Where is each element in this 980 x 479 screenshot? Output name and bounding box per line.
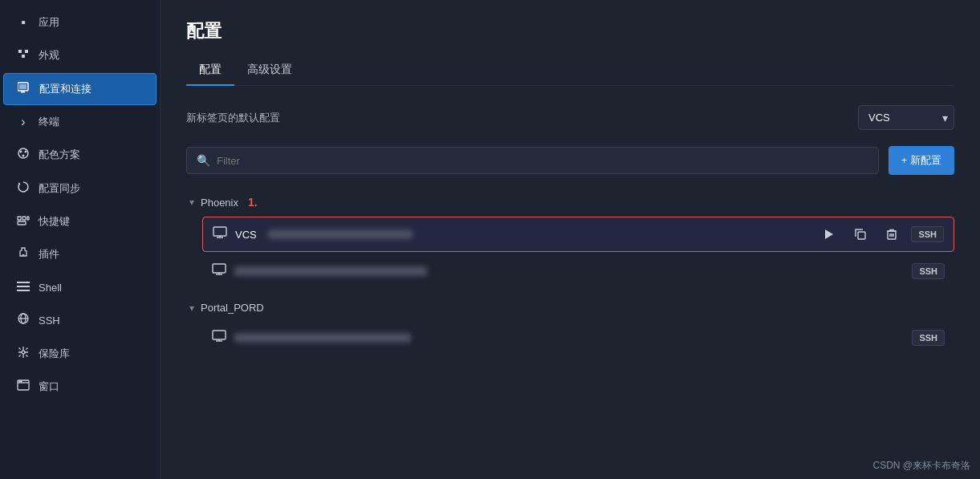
sidebar-item-vault-label: 保险库 — [39, 347, 70, 361]
default-config-select[interactable]: VCS Default Phoenix — [858, 105, 954, 130]
hotkeys-icon — [16, 214, 30, 229]
sidebar: ▪ 应用 外观 配置和连接 › 终端 配色方案 配置同步 快捷键 — [0, 0, 161, 479]
tab-config[interactable]: 配置 — [186, 56, 234, 85]
new-config-button[interactable]: + 新配置 — [889, 146, 954, 175]
profile-group-phoenix: ▾ Phoenix 1. VCS SSH — [186, 191, 954, 290]
search-input[interactable] — [217, 155, 868, 167]
svg-rect-11 — [27, 217, 29, 220]
sidebar-item-themes[interactable]: 配色方案 — [3, 139, 157, 171]
delete-button[interactable] — [880, 225, 903, 243]
group-header-phoenix[interactable]: ▾ Phoenix 1. — [186, 191, 954, 213]
window-icon — [16, 380, 30, 394]
svg-point-23 — [21, 381, 22, 382]
profile-item-portal: SSH — [202, 322, 954, 354]
shell-icon — [16, 280, 30, 294]
svg-point-7 — [22, 155, 25, 157]
profile-blurred-info-portal — [234, 333, 411, 343]
svg-rect-10 — [18, 221, 26, 225]
monitor-icon-2 — [212, 263, 226, 279]
svg-point-22 — [19, 381, 20, 382]
sidebar-item-shell-label: Shell — [39, 282, 62, 294]
sidebar-item-plugins[interactable]: 插件 — [3, 238, 157, 270]
svg-rect-24 — [213, 227, 226, 236]
sidebar-item-profiles-label: 配置和连接 — [39, 82, 91, 96]
sync-icon — [16, 181, 30, 197]
chevron-down-icon: ▾ — [189, 197, 194, 208]
svg-rect-27 — [858, 232, 865, 239]
profiles-icon — [17, 82, 31, 96]
sidebar-item-appearance[interactable]: 外观 — [3, 39, 157, 71]
sidebar-item-hotkeys[interactable]: 快捷键 — [3, 206, 157, 237]
watermark: CSDN @来杯卡布奇洛 — [872, 459, 970, 473]
themes-icon — [16, 147, 30, 163]
sidebar-item-ssh-label: SSH — [39, 315, 60, 327]
sidebar-item-profiles[interactable]: 配置和连接 — [3, 73, 157, 105]
sidebar-item-sync-label: 配置同步 — [39, 181, 80, 196]
svg-rect-12 — [22, 254, 25, 256]
svg-rect-14 — [17, 286, 30, 287]
profile-name-vcs: VCS — [235, 229, 257, 241]
sidebar-item-plugins-label: 插件 — [39, 247, 59, 262]
svg-rect-13 — [17, 282, 30, 283]
search-row: 🔍 + 新配置 — [186, 146, 954, 175]
sidebar-item-hotkeys-label: 快捷键 — [39, 214, 70, 229]
svg-rect-1 — [19, 84, 26, 89]
group-annotation: 1. — [248, 196, 258, 209]
play-button[interactable] — [818, 225, 840, 243]
chevron-down-icon-portal: ▾ — [189, 302, 194, 314]
sidebar-item-ssh[interactable]: SSH — [3, 304, 157, 336]
ssh-badge-2: SSH — [912, 263, 945, 279]
tab-advanced[interactable]: 高级设置 — [234, 56, 305, 85]
profile-item-2: SSH — [202, 255, 954, 287]
sidebar-item-shell[interactable]: Shell — [3, 272, 157, 302]
sidebar-item-window-label: 窗口 — [39, 380, 59, 394]
sidebar-item-apps-label: 应用 — [39, 15, 59, 30]
search-icon: 🔍 — [197, 154, 210, 167]
apps-icon: ▪ — [16, 15, 30, 30]
tabs: 配置 高级设置 — [186, 56, 954, 86]
svg-rect-33 — [213, 264, 226, 273]
svg-point-5 — [20, 151, 22, 153]
default-config-select-wrapper: VCS Default Phoenix — [858, 105, 954, 130]
svg-rect-15 — [17, 290, 30, 291]
main-content: 配置 配置 高级设置 新标签页的默认配置 VCS Default Phoenix… — [161, 0, 980, 479]
monitor-icon — [213, 226, 227, 242]
sidebar-item-terminal-label: 终端 — [39, 115, 59, 129]
profile-blurred-info — [268, 229, 413, 239]
terminal-icon: › — [16, 115, 30, 129]
svg-rect-9 — [22, 217, 26, 220]
profile-blurred-info-2 — [234, 266, 427, 276]
svg-point-19 — [22, 351, 25, 354]
sidebar-item-terminal[interactable]: › 终端 — [3, 107, 157, 137]
group-header-portal[interactable]: ▾ Portal_PORD — [186, 297, 954, 319]
sidebar-item-apps[interactable]: ▪ 应用 — [3, 7, 157, 38]
sidebar-item-vault[interactable]: 保险库 — [3, 338, 157, 370]
ssh-badge-portal: SSH — [912, 330, 945, 346]
group-name-phoenix: Phoenix — [201, 197, 238, 209]
page-title: 配置 — [186, 19, 954, 43]
svg-rect-3 — [22, 91, 24, 92]
default-config-label: 新标签页的默认配置 — [186, 111, 845, 125]
sidebar-item-themes-label: 配色方案 — [39, 148, 80, 162]
vault-icon — [16, 346, 30, 362]
svg-point-6 — [25, 151, 27, 153]
svg-rect-8 — [18, 217, 21, 220]
monitor-icon-portal — [212, 330, 226, 346]
copy-button[interactable] — [848, 225, 872, 243]
ssh-badge: SSH — [911, 226, 944, 242]
group-name-portal: Portal_PORD — [201, 302, 264, 314]
sidebar-item-appearance-label: 外观 — [39, 48, 59, 63]
appearance-icon — [16, 47, 30, 63]
plugins-icon — [16, 246, 30, 262]
svg-rect-36 — [213, 331, 226, 339]
profile-item-vcs: VCS SSH — [202, 217, 954, 252]
search-box: 🔍 — [186, 147, 879, 174]
sidebar-item-window[interactable]: 窗口 — [3, 371, 157, 402]
sidebar-item-sync[interactable]: 配置同步 — [3, 173, 157, 205]
ssh-icon — [16, 312, 30, 328]
profile-group-portal: ▾ Portal_PORD SSH — [186, 297, 954, 357]
default-config-row: 新标签页的默认配置 VCS Default Phoenix — [186, 105, 954, 130]
